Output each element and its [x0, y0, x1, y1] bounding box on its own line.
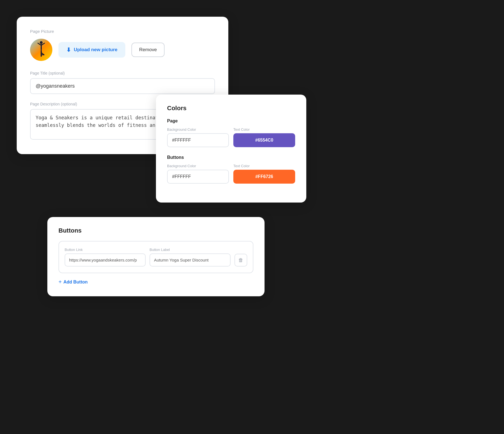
buttons-bg-input[interactable] [167, 170, 229, 184]
button-label-field: Button Label [150, 248, 231, 267]
buttons-text-label: Text Color [233, 164, 295, 168]
remove-picture-button[interactable]: Remove [131, 43, 165, 57]
colors-card: Colors Page Background Color Text Color … [156, 95, 306, 203]
page-title-input[interactable] [30, 78, 215, 94]
page-text-field: Text Color #6554C0 [233, 127, 295, 147]
button-link-field: Button Link [65, 248, 146, 267]
svg-point-2 [40, 41, 43, 44]
page-text-label: Text Color [233, 127, 295, 132]
picture-row: ⬇ Upload new picture Remove [30, 39, 215, 61]
add-button-row: + Add Button [58, 279, 253, 285]
page-text-swatch[interactable]: #6554C0 [233, 133, 295, 147]
page-bg-input[interactable] [167, 133, 229, 147]
title-field-label: Page Title (optional) [30, 71, 215, 75]
button-label-label: Button Label [150, 248, 231, 252]
picture-section-label: Page Picture [30, 29, 215, 34]
buttons-card: Buttons Button Link Button Label 🗑 + Add… [47, 217, 265, 296]
buttons-bg-field: Background Color [167, 164, 229, 184]
buttons-color-row: Background Color Text Color #FF6726 [167, 164, 295, 184]
button-link-input[interactable] [65, 253, 146, 267]
page-bg-label: Background Color [167, 127, 229, 132]
page-color-row: Background Color Text Color #6554C0 [167, 127, 295, 147]
buttons-colors-title: Buttons [167, 155, 295, 160]
delete-button-button[interactable]: 🗑 [234, 254, 247, 267]
upload-icon: ⬇ [66, 46, 71, 53]
buttons-text-field: Text Color #FF6726 [233, 164, 295, 184]
colors-card-title: Colors [167, 105, 295, 112]
trash-icon: 🗑 [238, 257, 243, 263]
plus-icon: + [58, 279, 62, 285]
buttons-card-title: Buttons [58, 227, 253, 234]
button-fields-row: Button Link Button Label 🗑 [65, 248, 247, 267]
upload-picture-button[interactable]: ⬇ Upload new picture [58, 42, 125, 58]
button-link-label: Button Link [65, 248, 146, 252]
buttons-text-swatch[interactable]: #FF6726 [233, 170, 295, 184]
avatar [30, 39, 52, 61]
button-row-container: Button Link Button Label 🗑 [58, 241, 253, 273]
page-bg-field: Background Color [167, 127, 229, 147]
page-colors-title: Page [167, 119, 295, 124]
add-button-button[interactable]: + Add Button [58, 279, 88, 285]
buttons-bg-label: Background Color [167, 164, 229, 168]
button-label-input[interactable] [150, 253, 231, 267]
